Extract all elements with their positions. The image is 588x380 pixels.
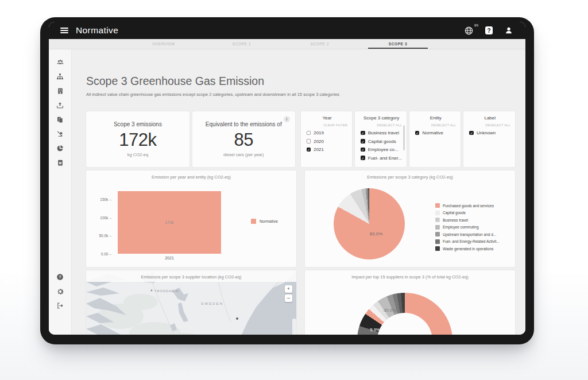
tab-overview[interactable]: OVERVIEW	[125, 39, 203, 49]
kpi-scope3-emissions: Scope 3 emissions 172k kg CO2-eq	[86, 111, 189, 167]
building-icon[interactable]	[53, 84, 67, 98]
tab-scope-2[interactable]: SCOPE 2	[281, 39, 359, 49]
filter-option: ✓2021	[307, 147, 348, 152]
bar-2021[interactable]: 172k	[118, 191, 221, 254]
filter-option: ✓Unknown	[469, 130, 510, 135]
checkbox-label: 2021	[314, 147, 324, 152]
bar-chart-plot: 172k 2021	[118, 188, 221, 254]
filter-entity: Entity DESELECT ALL ✓Normative	[409, 111, 461, 167]
filter-label: Label DESELECT ALL ✓Unknown	[463, 111, 515, 167]
filter-option: 2019	[307, 130, 348, 135]
legend-item[interactable]: Upstream transportation and d...	[435, 232, 500, 236]
filter-scope3-category: Scope 3 category DESELECT ALL ✓Business …	[355, 111, 407, 167]
filter-option: ✓Normative	[415, 130, 457, 135]
app-header: Normative EN ?	[49, 22, 525, 39]
legend-item[interactable]: Waste generated in operations	[435, 246, 500, 251]
checkbox-label: Normative	[422, 130, 443, 135]
pie-chart-legend: Purchased goods and servicesCapital good…	[435, 203, 500, 251]
deselect-all-button[interactable]: DESELECT ALL	[415, 123, 457, 127]
checkbox[interactable]: ✓	[469, 131, 474, 135]
legend-swatch	[435, 225, 440, 230]
hand-cart-icon[interactable]	[53, 127, 67, 141]
org-chart-icon[interactable]	[53, 69, 67, 84]
checkbox[interactable]: ✓	[361, 156, 365, 160]
checkbox-label: 2020	[314, 139, 324, 144]
upload-icon[interactable]	[53, 98, 67, 113]
map-label-trondheim: TRONDHEIM	[154, 289, 179, 293]
y-axis-tick: 0.00	[101, 252, 111, 256]
sidebar: ?	[49, 49, 72, 335]
app-screen: Normative EN ?	[49, 22, 525, 335]
legend-swatch	[435, 239, 440, 244]
legend-label: Fuel- and Energy-Related Activit...	[443, 239, 500, 243]
legend-item[interactable]: Business travel	[435, 218, 500, 222]
filter-option: ✓Business travel	[361, 130, 402, 135]
chart-impact-top-suppliers: Impact per top 15 suppliers in scope 3 (…	[305, 270, 515, 335]
clear-filter-button[interactable]: CLEAR FILTER	[307, 123, 348, 127]
kpi-diesel-cars-equivalent: i Equivalent to the emissions of 85 dies…	[192, 111, 295, 167]
report-tabbar: OVERVIEW SCOPE 1 SCOPE 2 SCOPE 3	[49, 39, 525, 49]
legend-label: Purchased goods and services	[443, 204, 494, 208]
legend-swatch	[435, 246, 440, 251]
kpi-value: 85	[234, 130, 253, 150]
legend-label: Business travel	[443, 218, 468, 222]
y-axis-tick: 150k	[100, 197, 111, 201]
map-zoom-in-button[interactable]: +	[285, 285, 292, 293]
language-button[interactable]: EN	[465, 26, 473, 35]
report-icon[interactable]	[53, 156, 67, 170]
y-axis-tick: 50.0k	[99, 234, 111, 238]
globe-icon	[465, 26, 473, 35]
chart-supplier-location-map: TRONDHEIM SWEDEN Emissions per scope 3 s…	[86, 270, 296, 335]
tab-scope-3[interactable]: SCOPE 3	[359, 39, 437, 49]
chart-emission-per-year: Emission per year and entity (kg CO2-eq)…	[86, 170, 296, 267]
filter-scrollbar[interactable]	[403, 125, 405, 150]
app-logo: Normative	[76, 25, 118, 36]
menu-icon[interactable]	[60, 28, 68, 33]
checkbox-label: Employee co...	[368, 147, 399, 152]
legend-swatch	[435, 232, 440, 236]
legend-swatch	[435, 203, 440, 208]
page-title: Scope 3 Greenhouse Gas Emission	[86, 75, 515, 88]
legend-item[interactable]: Capital goods	[435, 211, 500, 215]
pie-slice-label: 83.0%	[365, 231, 388, 236]
deselect-all-button[interactable]: DESELECT ALL	[361, 123, 402, 127]
filter-option: ✓Fuel- and Ener...	[361, 156, 402, 161]
legend-item[interactable]: Fuel- and Energy-Related Activit...	[435, 239, 500, 244]
checkbox[interactable]: ✓	[415, 131, 420, 135]
legend-swatch	[435, 218, 440, 222]
checkbox[interactable]	[307, 131, 311, 135]
settings-icon[interactable]	[53, 284, 67, 298]
legend-item[interactable]: Purchased goods and services	[435, 203, 500, 208]
legend-item[interactable]: Employee commuting	[435, 225, 500, 230]
bar-chart-y-axis: 150k100k50.0k0.00	[86, 188, 115, 254]
legend-label: Employee commuting	[443, 225, 479, 229]
deselect-all-button[interactable]: DESELECT ALL	[469, 123, 510, 127]
filter-year: Year CLEAR FILTER 20192020✓2021	[301, 111, 353, 167]
documents-icon[interactable]	[53, 113, 67, 127]
checkbox[interactable]: ✓	[361, 148, 365, 152]
help-icon[interactable]: ?	[485, 26, 493, 34]
checkbox[interactable]: ✓	[307, 148, 311, 152]
legend-label: Capital goods	[443, 211, 466, 215]
checkbox[interactable]: ✓	[361, 139, 365, 144]
pie-chart-icon[interactable]	[53, 141, 67, 156]
x-axis-label: 2021	[118, 256, 221, 260]
logout-icon[interactable]	[53, 298, 67, 313]
kpi-value: 172k	[119, 130, 156, 150]
legend-swatch	[251, 219, 256, 224]
help-icon[interactable]: ?	[53, 270, 67, 284]
pie-chart[interactable]	[334, 188, 405, 259]
info-icon[interactable]: i	[284, 116, 290, 122]
map-zoom-out-button[interactable]: –	[285, 294, 292, 302]
chart-emissions-per-category: Emissions per scope 3 category (kg CO2-e…	[305, 170, 515, 267]
supplier-marker	[236, 317, 238, 320]
user-account-button[interactable]	[505, 26, 513, 34]
team-icon[interactable]	[53, 55, 67, 69]
filter-option: ✓Employee co...	[361, 147, 402, 152]
donut-slice-label: 5.9%	[366, 327, 384, 332]
page-subtitle: All indirect value chain greenhouse gas …	[86, 92, 515, 97]
dashboard-main: Scope 3 Greenhouse Gas Emission All indi…	[72, 49, 525, 335]
checkbox[interactable]: ✓	[361, 131, 365, 135]
checkbox[interactable]	[307, 139, 311, 144]
tab-scope-1[interactable]: SCOPE 1	[203, 39, 281, 49]
